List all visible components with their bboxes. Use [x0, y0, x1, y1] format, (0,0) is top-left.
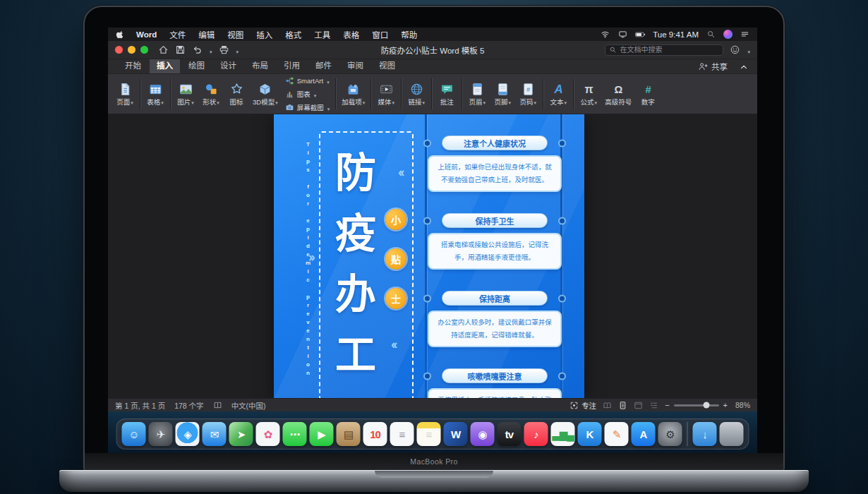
dock-icon-maps[interactable]: ➤: [229, 422, 253, 446]
feedback-smiley-icon[interactable]: [730, 44, 740, 55]
search-input[interactable]: [620, 46, 719, 54]
dock-icon-messages[interactable]: ⋯: [283, 422, 307, 446]
dock-icon-appstore[interactable]: A: [632, 422, 656, 446]
page-count-status[interactable]: 第 1 页, 共 1 页: [115, 400, 165, 411]
dock-icon-pages[interactable]: ✎: [605, 422, 629, 446]
wifi-icon[interactable]: [600, 29, 610, 40]
ribbon-button[interactable]: 加载项: [338, 80, 368, 109]
dock-icon-safari[interactable]: ◈: [176, 422, 200, 446]
home-icon[interactable]: [158, 44, 169, 55]
language-status[interactable]: 中文(中国): [231, 400, 266, 411]
dock-icon-launchpad[interactable]: ✈: [149, 422, 173, 446]
dock-icon-facetime[interactable]: ▶: [310, 422, 334, 446]
spotlight-search-icon[interactable]: [706, 29, 716, 40]
ribbon-button[interactable]: Ω 高级符号: [601, 80, 635, 109]
ribbon-button[interactable]: 页面: [112, 80, 138, 109]
minimize-window-button[interactable]: [128, 46, 135, 54]
zoom-slider-thumb[interactable]: [703, 402, 709, 409]
ribbon-button[interactable]: # 数字: [635, 80, 661, 109]
zoom-slider[interactable]: [674, 404, 719, 406]
dock-icon-calendar[interactable]: 10: [363, 422, 387, 446]
ribbon-button[interactable]: 3D模型: [249, 80, 282, 109]
dock-icon-mail[interactable]: ✉: [203, 422, 227, 446]
share-button[interactable]: 共享: [698, 61, 728, 73]
dock-icon-numbers[interactable]: ▃▆▄: [551, 422, 575, 446]
ribbon-tab[interactable]: 插入: [150, 57, 180, 73]
ribbon-tab[interactable]: 邮件: [308, 57, 339, 73]
dock-icon-podcasts[interactable]: ◉: [471, 422, 495, 446]
ribbon-tab[interactable]: 绘图: [181, 57, 212, 73]
word-count-status[interactable]: 178 个字: [174, 400, 203, 411]
menu-item[interactable]: 表格: [337, 29, 366, 40]
notification-center-icon[interactable]: [740, 29, 750, 40]
ribbon-button[interactable]: # 页码: [515, 80, 541, 109]
apple-menu-icon[interactable]: [115, 29, 126, 40]
view-mode-button[interactable]: [603, 401, 612, 410]
ribbon-button[interactable]: 图标: [224, 80, 249, 109]
ribbon-button[interactable]: 页眉: [464, 80, 490, 109]
ribbon-button[interactable]: 页脚: [490, 80, 515, 109]
ribbon-button[interactable]: 形状: [198, 80, 224, 109]
dock-icon-downloads[interactable]: ↓: [693, 422, 717, 446]
menu-item[interactable]: 视图: [221, 29, 250, 40]
view-mode-button[interactable]: [649, 401, 658, 410]
menu-clock[interactable]: Tue 9:41 AM: [653, 30, 699, 39]
dock-icon-music[interactable]: ♪: [524, 422, 548, 446]
ribbon-tab[interactable]: 布局: [245, 57, 275, 73]
ribbon-button[interactable]: 批注: [434, 80, 459, 109]
proofing-book-icon[interactable]: [213, 401, 222, 410]
collapse-ribbon-icon[interactable]: [739, 62, 749, 72]
dock-icon-appletv[interactable]: tv: [498, 422, 522, 446]
ribbon-button[interactable]: 链接: [404, 80, 429, 109]
view-mode-button[interactable]: [618, 401, 627, 410]
ribbon-button[interactable]: 图片: [173, 80, 198, 109]
print-caret-icon[interactable]: [236, 44, 239, 56]
view-mode-button[interactable]: [634, 401, 643, 410]
ribbon-tab[interactable]: 视图: [372, 57, 402, 73]
undo-icon[interactable]: [192, 44, 203, 55]
menu-item[interactable]: 帮助: [394, 29, 423, 40]
ribbon-tab[interactable]: 开始: [118, 57, 148, 73]
ribbon-small-button[interactable]: SmartArt: [285, 76, 330, 86]
zoom-window-button[interactable]: [140, 46, 148, 54]
menu-item[interactable]: 格式: [279, 29, 308, 40]
ribbon-tab[interactable]: 引用: [277, 57, 307, 73]
close-window-button[interactable]: [115, 46, 123, 54]
menu-item[interactable]: 文件: [163, 29, 192, 40]
document-canvas[interactable]: Tips for epidemic prevention 防疫办工 小贴士: [108, 114, 757, 398]
ribbon-small-button[interactable]: 图表: [285, 89, 330, 100]
display-mirroring-icon[interactable]: [617, 29, 628, 40]
zoom-out-button[interactable]: −: [665, 401, 669, 409]
dock-icon-trash[interactable]: [720, 422, 744, 446]
undo-caret-icon[interactable]: [209, 44, 212, 56]
dock-icon-contacts[interactable]: ▤: [337, 422, 361, 446]
ribbon-small-button[interactable]: 屏幕截图: [285, 102, 330, 113]
dock-icon-notes[interactable]: ≡: [417, 422, 441, 446]
print-icon[interactable]: [219, 44, 229, 55]
menu-item[interactable]: 编辑: [192, 29, 221, 40]
battery-icon[interactable]: [635, 29, 646, 40]
document-page[interactable]: Tips for epidemic prevention 防疫办工 小贴士: [274, 114, 584, 398]
ribbon-button[interactable]: 表格: [143, 80, 168, 109]
dock-icon-finder[interactable]: ☺: [122, 422, 146, 446]
dock-icon-word[interactable]: W: [444, 422, 468, 446]
document-search-box[interactable]: [605, 44, 723, 56]
focus-mode-button[interactable]: 专注: [569, 400, 596, 411]
dock-icon-keynote[interactable]: K: [578, 422, 602, 446]
ribbon-button[interactable]: π 公式: [576, 80, 601, 109]
menu-item[interactable]: 窗口: [366, 29, 394, 40]
ribbon-button[interactable]: A 文本: [545, 80, 571, 109]
ribbon-tab[interactable]: 设计: [213, 57, 243, 73]
siri-icon[interactable]: [723, 30, 733, 39]
zoom-in-button[interactable]: +: [723, 401, 728, 409]
feedback-caret-icon[interactable]: [747, 44, 750, 56]
ribbon-button[interactable]: 媒体: [373, 80, 399, 109]
menu-item[interactable]: 插入: [250, 29, 279, 40]
dock-icon-settings[interactable]: ⚙: [658, 422, 682, 446]
save-icon[interactable]: [175, 44, 186, 55]
app-menu-title[interactable]: Word: [130, 30, 163, 39]
menu-item[interactable]: 工具: [308, 29, 337, 40]
ribbon-tab[interactable]: 审阅: [340, 57, 370, 73]
dock-icon-photos[interactable]: ✿: [256, 422, 280, 446]
zoom-percent[interactable]: 88%: [732, 401, 750, 409]
